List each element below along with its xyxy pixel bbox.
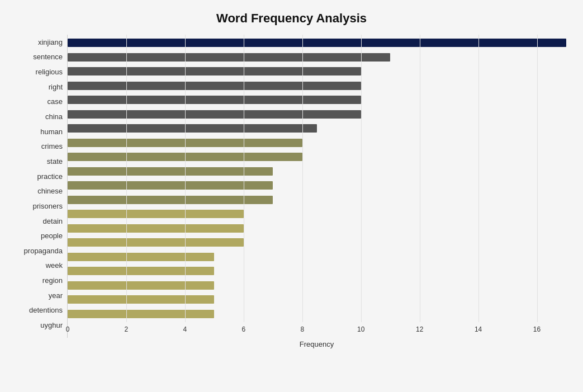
y-label-case: case: [48, 98, 63, 105]
x-tick-6: 6: [241, 325, 245, 333]
bar-row-human: [68, 121, 566, 136]
y-label-detain: detain: [43, 218, 63, 225]
bar-row-right: [68, 79, 566, 93]
x-tick-0: 0: [66, 325, 70, 333]
y-label-people: people: [41, 232, 63, 239]
bars-wrapper: [68, 35, 566, 322]
bar-row-state: [68, 150, 566, 164]
y-label-crimes: crimes: [41, 143, 63, 150]
bar-row-xinjiang: [68, 36, 566, 50]
bar-prisoners: [68, 196, 273, 204]
x-axis-title: Frequency: [67, 340, 566, 348]
y-label-propaganda: propaganda: [24, 247, 63, 254]
x-tick-10: 10: [357, 325, 364, 333]
chart-container: Word Frequency Analysis xinjiangsentence…: [0, 0, 583, 392]
bar-row-region: [68, 264, 566, 278]
y-label-week: week: [46, 262, 63, 269]
y-label-sentence: sentence: [33, 53, 63, 60]
bar-row-uyghur: [68, 307, 566, 322]
bar-row-case: [68, 93, 566, 107]
grid-line-2: [126, 35, 127, 322]
y-label-china: china: [45, 113, 63, 120]
bar-detentions: [68, 295, 214, 304]
y-label-detentions: detentions: [29, 306, 63, 314]
plot-area: 0246810121416 Frequency: [67, 35, 566, 348]
bar-row-religious: [68, 64, 566, 79]
y-label-prisoners: prisoners: [33, 202, 63, 210]
bar-human: [68, 124, 317, 133]
y-labels: xinjiangsentencereligiousrightcasechinah…: [17, 35, 67, 348]
grid-line-4: [185, 35, 186, 322]
bar-detain: [68, 210, 244, 218]
grid-and-bars: 0246810121416: [67, 35, 566, 338]
bar-practice: [68, 167, 273, 176]
bar-sentence: [68, 53, 390, 62]
grid-line-6: [244, 35, 244, 322]
bar-week: [68, 253, 214, 261]
bar-row-people: [68, 221, 566, 236]
bar-row-week: [68, 250, 566, 265]
bar-chinese: [68, 181, 273, 190]
bar-row-detain: [68, 207, 566, 221]
bar-row-sentence: [68, 50, 566, 65]
bar-year: [68, 281, 214, 290]
grid-line-12: [420, 35, 420, 322]
bar-xinjiang: [68, 39, 566, 47]
bar-row-practice: [68, 164, 566, 179]
bar-row-prisoners: [68, 193, 566, 207]
x-tick-8: 8: [300, 325, 304, 333]
bar-right: [68, 82, 361, 90]
bar-uyghur: [68, 310, 214, 318]
x-tick-2: 2: [125, 325, 129, 333]
x-tick-16: 16: [533, 325, 541, 333]
bar-region: [68, 267, 214, 275]
y-label-right: right: [49, 83, 63, 91]
bar-row-detentions: [68, 292, 566, 307]
bar-china: [68, 110, 361, 119]
x-axis-labels: 0246810121416: [68, 322, 566, 338]
y-label-state: state: [47, 158, 63, 165]
chart-title: Word Frequency Analysis: [17, 11, 566, 26]
bar-people: [68, 224, 244, 233]
bar-row-year: [68, 278, 566, 293]
bar-row-propaganda: [68, 235, 566, 250]
grid-line-16: [537, 35, 538, 322]
bar-religious: [68, 67, 361, 75]
bar-propaganda: [68, 238, 244, 247]
y-label-religious: religious: [36, 68, 63, 75]
bar-row-crimes: [68, 136, 566, 150]
x-tick-4: 4: [183, 325, 187, 333]
y-label-practice: practice: [37, 173, 63, 180]
x-tick-12: 12: [416, 325, 423, 333]
grid-line-8: [302, 35, 303, 322]
bar-case: [68, 96, 361, 104]
y-label-year: year: [49, 292, 63, 299]
y-label-chinese: chinese: [37, 187, 63, 195]
y-label-human: human: [40, 128, 63, 135]
grid-line-14: [478, 35, 479, 322]
y-label-xinjiang: xinjiang: [38, 39, 63, 46]
chart-area: xinjiangsentencereligiousrightcasechinah…: [17, 35, 566, 348]
bar-row-chinese: [68, 178, 566, 193]
bar-row-china: [68, 107, 566, 122]
grid-line-10: [361, 35, 362, 322]
y-label-region: region: [42, 277, 63, 284]
x-tick-14: 14: [475, 325, 482, 333]
y-label-uyghur: uyghur: [40, 322, 63, 329]
